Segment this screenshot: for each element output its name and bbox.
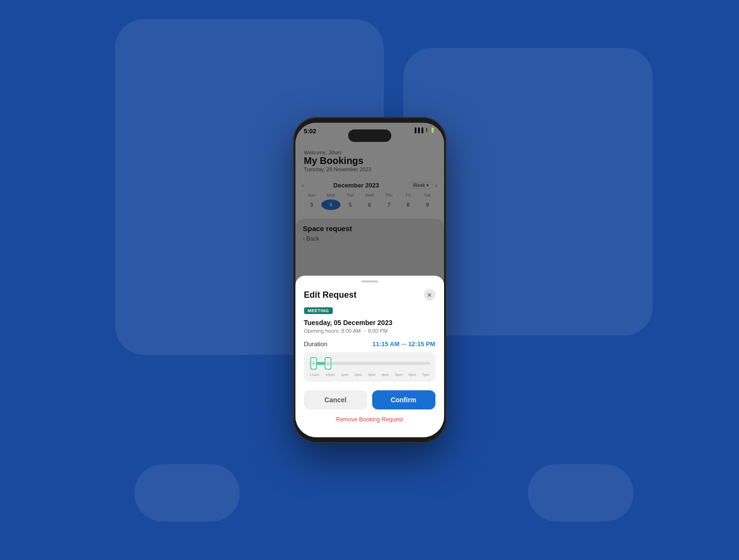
handle-line-2 [312, 363, 315, 364]
label-4pm: 4pm [381, 373, 389, 377]
label-6pm: 6pm [409, 373, 416, 377]
cancel-button[interactable]: Cancel [304, 390, 367, 409]
label-12pm: 12pm [325, 373, 335, 377]
remove-booking-link[interactable]: Remove Booking Request [295, 416, 444, 423]
duration-row: Duration 11:15 AM ··· 12:15 PM [304, 340, 435, 348]
bg-decoration-4 [528, 464, 633, 522]
opening-hours: Opening hours: 8:00 AM ··· 8:00 PM [304, 328, 435, 334]
dynamic-island [348, 129, 391, 142]
duration-time: 11:15 AM ··· 12:15 PM [372, 340, 435, 348]
confirm-button[interactable]: Confirm [372, 390, 435, 409]
handle-line-3 [312, 365, 315, 366]
handle-line-6 [327, 365, 329, 366]
status-icons: ▐▐▐ ⌇ 🔋 [413, 128, 435, 133]
timeline-labels: 11am 12pm 1pm 2pm 3pm 4pm 5pm 6pm 7pm [309, 373, 431, 377]
label-5pm: 5pm [395, 373, 403, 377]
modal-close-button[interactable]: ✕ [424, 289, 435, 301]
label-2pm: 2pm [354, 373, 362, 377]
phone-frame: 5:02 ▐▐▐ ⌇ 🔋 Welcome, Jihan My Bookings … [293, 117, 446, 443]
signal-icon: ▐▐▐ [413, 128, 423, 133]
meeting-type-badge: MEETING [304, 307, 333, 314]
duration-end: 12:15 PM [408, 340, 435, 348]
duration-start: 11:15 AM [372, 340, 399, 348]
timeline-handle-end[interactable] [325, 357, 331, 370]
timeline-handle-start[interactable] [310, 357, 317, 370]
handle-line-1 [312, 362, 315, 362]
handle-line-4 [327, 362, 329, 362]
bg-decoration-3 [134, 464, 240, 522]
modal-body: MEETING Tuesday, 05 December 2023 Openin… [295, 305, 444, 382]
label-1pm: 1pm [341, 373, 349, 377]
edit-request-modal: Edit Request ✕ MEETING Tuesday, 05 Decem… [295, 276, 444, 437]
modal-actions: Cancel Confirm [295, 390, 444, 409]
battery-icon: 🔋 [430, 128, 435, 133]
duration-sep: ··· [401, 340, 407, 348]
close-icon: ✕ [427, 292, 432, 299]
label-7pm: 7pm [422, 373, 430, 377]
modal-header: Edit Request ✕ [295, 282, 444, 305]
label-11am: 11am [310, 373, 319, 377]
timeline-bar[interactable] [309, 356, 431, 371]
phone-screen: 5:02 ▐▐▐ ⌇ 🔋 Welcome, Jihan My Bookings … [295, 123, 444, 437]
timeline-container: 11am 12pm 1pm 2pm 3pm 4pm 5pm 6pm 7pm [304, 352, 435, 382]
wifi-icon: ⌇ [425, 128, 428, 133]
booking-date: Tuesday, 05 December 2023 [304, 319, 435, 327]
modal-title: Edit Request [304, 290, 357, 300]
label-3pm: 3pm [368, 373, 375, 377]
duration-label: Duration [304, 340, 328, 348]
handle-line-5 [327, 363, 329, 364]
